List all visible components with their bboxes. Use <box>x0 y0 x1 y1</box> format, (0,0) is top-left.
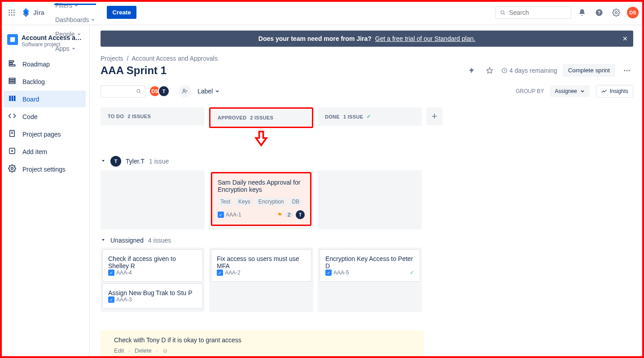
assignee-avatar[interactable]: T <box>296 210 305 219</box>
tag[interactable]: Encryption <box>256 198 287 206</box>
column-slot-todo[interactable]: Check if access given to Shelley R✓ AAA-… <box>101 248 205 312</box>
column-slot-approved[interactable]: Sam Daily needs Approval for Encryption … <box>209 170 313 230</box>
swimlane: Sam Daily needs Approval for Encryption … <box>101 170 633 230</box>
add-icon <box>8 147 16 156</box>
banner-text: Does your team need more from Jira? <box>258 35 372 42</box>
issue-card[interactable]: Fix access so users must use MFA✓ AAA-2 <box>211 249 311 282</box>
issue-key[interactable]: ✓ AAA-5 <box>325 270 349 276</box>
profile-avatar[interactable]: DS <box>627 7 639 18</box>
reaction-icon[interactable]: ☺ <box>162 347 168 354</box>
avatar-t[interactable]: T <box>158 85 170 97</box>
sidebar-item-board[interactable]: Board <box>4 91 86 107</box>
search-input[interactable] <box>508 9 566 17</box>
search-icon <box>136 88 141 94</box>
issue-card[interactable]: Check if access given to Shelley R✓ AAA-… <box>102 249 203 282</box>
issue-card[interactable]: Sam Daily needs Approval for Encryption … <box>211 172 311 226</box>
board-search-input[interactable] <box>105 88 136 95</box>
sidebar-item-roadmap[interactable]: Roadmap <box>4 56 86 72</box>
sidebar-item-label: Board <box>22 96 39 103</box>
column-slot-approved[interactable]: Fix access so users must use MFA✓ AAA-2 <box>209 248 313 312</box>
assignee-filter[interactable]: DS T <box>152 85 170 97</box>
sidebar-item-backlog[interactable]: Backlog <box>4 73 86 90</box>
issue-card[interactable]: Encryption Key Access to Peter D✓ AAA-5✓ <box>320 249 420 282</box>
banner-close-icon[interactable]: ✕ <box>622 35 628 42</box>
project-subtitle: Software project <box>22 41 82 48</box>
settings-icon <box>8 164 16 174</box>
label-filter[interactable]: Label <box>197 88 220 95</box>
project-sidebar: Account Access and Ap... Software projec… <box>0 25 90 358</box>
issue-card[interactable]: Assign New Bug Trak to Stu P✓ AAA-3 <box>102 283 203 309</box>
swimlane-header[interactable]: Unassigned 4 issues <box>101 237 633 244</box>
sidebar-item-project-settings[interactable]: Project settings <box>4 161 86 177</box>
column-slot-done[interactable] <box>318 170 422 230</box>
chart-icon <box>601 88 607 94</box>
card-title: Assign New Bug Trak to Stu P <box>108 289 197 296</box>
project-header[interactable]: Account Access and Ap... Software projec… <box>4 32 86 55</box>
sidebar-item-project-pages[interactable]: Project pages <box>4 126 86 142</box>
sidebar-item-code[interactable]: Code <box>4 108 86 125</box>
tag[interactable]: Keys <box>236 198 253 206</box>
more-icon[interactable] <box>621 64 633 77</box>
breadcrumb-projects[interactable]: Projects <box>101 55 123 62</box>
svg-rect-20 <box>9 82 15 84</box>
swimlane-name: Unassigned <box>110 237 144 244</box>
svg-marker-41 <box>102 160 105 162</box>
notifications-icon[interactable] <box>576 6 588 19</box>
main-content: Does your team need more from Jira? Get … <box>90 25 644 358</box>
column-done[interactable]: DONE 1 ISSUE ✓ <box>318 107 422 126</box>
annotation-arrow-icon <box>253 131 269 147</box>
help-icon[interactable]: ? <box>593 6 605 19</box>
clock-icon <box>501 67 508 74</box>
issue-key[interactable]: ✓ AAA-2 <box>217 270 241 276</box>
comment-edit[interactable]: Edit <box>114 347 124 354</box>
tag[interactable]: DB <box>289 198 302 206</box>
issue-key[interactable]: ✓ AAA-1 <box>218 212 241 218</box>
column-todo[interactable]: TO DO 2 ISSUES <box>101 107 205 125</box>
chevron-down-icon[interactable] <box>101 237 106 244</box>
swimlane-count: 1 issue <box>149 158 169 165</box>
project-name: Account Access and Ap... <box>22 34 82 41</box>
star-icon[interactable] <box>483 64 496 77</box>
breadcrumb-project[interactable]: Account Access and Approvals <box>131 55 217 62</box>
svg-marker-42 <box>102 239 105 241</box>
automation-icon[interactable] <box>465 64 478 77</box>
chevron-down-icon <box>215 88 220 94</box>
svg-point-3 <box>9 12 10 13</box>
svg-point-5 <box>13 12 15 13</box>
complete-sprint-button[interactable]: Complete sprint <box>563 64 615 77</box>
chevron-down-icon[interactable] <box>101 158 106 165</box>
svg-point-7 <box>11 14 13 15</box>
board-search[interactable] <box>101 85 145 97</box>
sidebar-item-add-item[interactable]: Add item <box>4 143 86 160</box>
insights-button[interactable]: Insights <box>596 85 633 97</box>
flag-icon: ⚑ <box>277 212 282 218</box>
column-slot-todo[interactable] <box>101 170 205 230</box>
issue-key[interactable]: ✓ AAA-3 <box>108 296 132 303</box>
nav-filters[interactable]: Filters <box>51 0 100 13</box>
jira-logo[interactable]: Jira <box>22 8 44 17</box>
card-title: Sam Daily needs Approval for Encryption … <box>218 179 305 193</box>
create-button[interactable]: Create <box>107 6 136 19</box>
global-search[interactable] <box>495 6 571 19</box>
svg-point-8 <box>13 14 15 15</box>
column-slot-done[interactable]: Encryption Key Access to Peter D✓ AAA-5✓ <box>318 248 422 312</box>
sidebar-item-label: Project settings <box>22 166 66 173</box>
column-approved[interactable]: APPROVED 2 ISSUES <box>209 107 313 128</box>
settings-icon[interactable] <box>610 6 622 19</box>
logo-text: Jira <box>33 9 44 16</box>
page-title: AAA Sprint 1 <box>101 64 166 77</box>
add-assignee-button[interactable] <box>179 85 191 97</box>
app-switcher-icon[interactable] <box>5 6 18 19</box>
groupby-select[interactable]: Assignee <box>550 85 589 97</box>
task-icon: ✓ <box>217 270 223 276</box>
comment-delete[interactable]: Delete <box>135 347 152 354</box>
issue-key[interactable]: ✓ AAA-4 <box>108 270 132 276</box>
add-column-button[interactable]: + <box>426 107 442 125</box>
banner-link[interactable]: Get a free trial of our Standard plan. <box>375 35 475 42</box>
svg-text:?: ? <box>598 9 600 15</box>
tag[interactable]: Test <box>218 198 233 206</box>
svg-rect-14 <box>10 37 15 42</box>
swimlane-header[interactable]: TTyler.T 1 issue <box>101 156 633 167</box>
pages-icon <box>8 129 16 139</box>
nav-dashboards[interactable]: Dashboards <box>51 13 100 27</box>
